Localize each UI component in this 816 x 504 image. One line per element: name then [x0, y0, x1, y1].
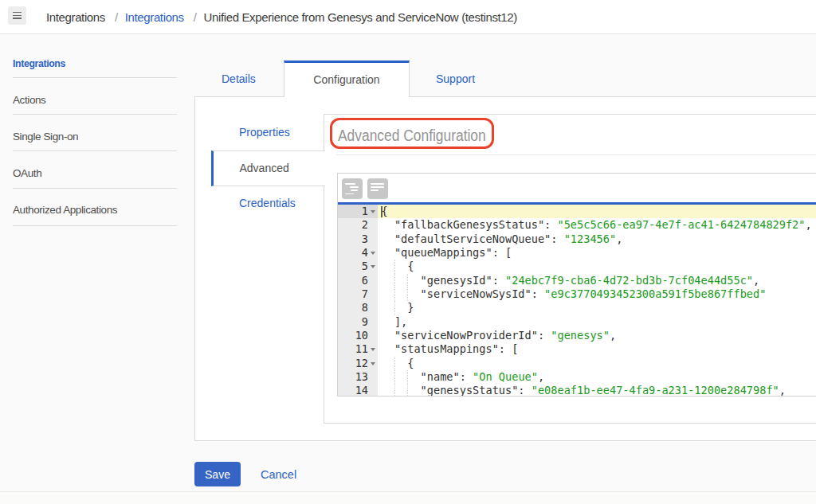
- sidebar-item-authorized-applications[interactable]: Authorized Applications: [13, 204, 117, 216]
- fold-toggle-icon[interactable]: [371, 210, 375, 213]
- line-number: 6: [338, 274, 368, 287]
- gutter-row: 2: [338, 218, 378, 232]
- json-editor[interactable]: 1234567891011121314 { "fallbackGenesysSt…: [337, 173, 816, 397]
- editor-line-text: "statusMappings": [: [382, 342, 519, 356]
- gutter-row: 8: [338, 301, 378, 315]
- editor-line-text: "queueMappings": [: [382, 246, 512, 260]
- editor-line: ],: [378, 315, 816, 329]
- footer-strip: [0, 491, 816, 504]
- tab-details[interactable]: Details: [222, 72, 256, 85]
- editor-line: {: [378, 357, 816, 370]
- sidebar-item-actions[interactable]: Actions: [13, 94, 45, 106]
- gutter-row: 12: [338, 357, 378, 370]
- tab-advanced[interactable]: Advanced: [211, 150, 325, 186]
- gutter-row: 13: [338, 370, 378, 384]
- editor-content[interactable]: 1234567891011121314 { "fallbackGenesysSt…: [338, 205, 816, 396]
- tab-advanced-label: Advanced: [240, 162, 289, 174]
- save-button[interactable]: Save: [194, 462, 241, 486]
- line-number: 4: [338, 246, 368, 260]
- editor-line: {: [378, 205, 816, 218]
- sidebar-divider: [13, 188, 177, 189]
- editor-line: "fallbackGenesysStatus": "5e5c5c66-ea97-…: [378, 218, 816, 232]
- editor-line-text: "genesysId": "24ebc7f9-cba6-4d72-bd3b-7c…: [382, 274, 760, 287]
- editor-line-text: "serviceNowProviderId": "genesys",: [382, 329, 617, 342]
- sidebar-item-single-sign-on[interactable]: Single Sign-on: [13, 131, 78, 143]
- gutter-row: 4: [338, 246, 378, 260]
- sidebar-divider: [13, 150, 177, 151]
- editor-line-text: {: [382, 357, 414, 370]
- tab-support[interactable]: Support: [436, 72, 475, 85]
- breadcrumb-item: Unified Experience from Genesys and Serv…: [204, 10, 517, 24]
- gutter-row: 1: [338, 205, 378, 218]
- line-number: 10: [338, 329, 368, 342]
- editor-line-text: "defaultServiceNowQueue": "123456",: [382, 232, 623, 246]
- hamburger-icon: [13, 12, 22, 21]
- editor-line: "name": "On Queue",: [378, 370, 816, 384]
- gutter-row: 11: [338, 342, 378, 356]
- editor-line-text: ],: [382, 315, 408, 329]
- gutter-row: 14: [338, 384, 378, 396]
- gutter-row: 3: [338, 232, 378, 246]
- breadcrumb: Integrations/Integrations/Unified Experi…: [46, 0, 517, 33]
- line-number: 8: [338, 301, 368, 315]
- editor-line-text: "serviceNowSysId": "e9c3770493452300a591…: [382, 287, 767, 301]
- sidebar-divider: [13, 77, 177, 78]
- advanced-panel: Advanced Configuration: [324, 114, 816, 424]
- sidebar-item-integrations[interactable]: Integrations: [13, 57, 65, 69]
- fold-toggle-icon[interactable]: [371, 265, 375, 268]
- tab-properties[interactable]: Properties: [239, 126, 290, 139]
- hamburger-menu-button[interactable]: [8, 6, 26, 25]
- json-editor-toolbar: [338, 174, 816, 202]
- tab-configuration[interactable]: Configuration: [284, 61, 410, 97]
- breadcrumb-separator: /: [194, 10, 197, 24]
- line-number: 9: [338, 315, 368, 329]
- line-number: 3: [338, 232, 368, 246]
- editor-line: }: [378, 301, 816, 315]
- app-window: Integrations/Integrations/Unified Experi…: [0, 0, 816, 504]
- gutter-row: 7: [338, 287, 378, 301]
- editor-line: "serviceNowSysId": "e9c3770493452300a591…: [378, 287, 816, 301]
- fold-toggle-icon[interactable]: [371, 252, 375, 255]
- line-number: 11: [338, 342, 368, 356]
- cancel-button[interactable]: Cancel: [261, 468, 296, 481]
- fold-toggle-icon[interactable]: [371, 362, 375, 365]
- line-number: 14: [338, 384, 368, 396]
- line-number: 12: [338, 357, 368, 370]
- sidebar-item-oauth[interactable]: OAuth: [13, 167, 41, 179]
- editor-line: "defaultServiceNowQueue": "123456",: [378, 232, 816, 246]
- editor-line-text: "name": "On Queue",: [382, 370, 545, 384]
- breadcrumb-item[interactable]: Integrations: [125, 10, 184, 24]
- editor-line: "genesysStatus": "e08eaf1b-ee47-4fa9-a23…: [378, 384, 816, 396]
- editor-line: "serviceNowProviderId": "genesys",: [378, 329, 816, 342]
- editor-line-text: "genesysStatus": "e08eaf1b-ee47-4fa9-a23…: [382, 384, 786, 396]
- tab-credentials[interactable]: Credentials: [239, 197, 296, 209]
- sidebar-divider: [13, 114, 177, 115]
- editor-line: "genesysId": "24ebc7f9-cba6-4d72-bd3b-7c…: [378, 274, 816, 287]
- editor-line-text: "fallbackGenesysStatus": "5e5c5c66-ea97-…: [382, 218, 812, 232]
- editor-line: "queueMappings": [: [378, 246, 816, 260]
- editor-lines: { "fallbackGenesysStatus": "5e5c5c66-ea9…: [378, 205, 816, 396]
- line-number: 5: [338, 260, 368, 273]
- breadcrumb-separator: /: [115, 10, 118, 24]
- line-number: 1: [338, 205, 368, 218]
- fold-toggle-icon[interactable]: [371, 348, 375, 351]
- gutter-row: 5: [338, 260, 378, 273]
- line-number: 13: [338, 370, 368, 384]
- line-number: 7: [338, 287, 368, 301]
- format-json-button[interactable]: [342, 178, 363, 199]
- editor-line: "statusMappings": [: [378, 342, 816, 356]
- text-cursor: [381, 206, 382, 218]
- heading-divider: [336, 154, 816, 155]
- advanced-configuration-heading: Advanced Configuration: [338, 127, 486, 145]
- tab-configuration-label: Configuration: [284, 73, 409, 86]
- editor-line-text: {: [382, 260, 414, 273]
- line-number: 2: [338, 218, 368, 232]
- sidebar-divider: [13, 225, 177, 226]
- top-bar: Integrations/Integrations/Unified Experi…: [0, 0, 816, 34]
- editor-line-text: }: [382, 301, 414, 315]
- compact-json-button[interactable]: [367, 178, 388, 199]
- gutter-row: 9: [338, 315, 378, 329]
- editor-line-text: {: [382, 205, 388, 218]
- breadcrumb-item: Integrations: [46, 10, 105, 24]
- editor-gutter: 1234567891011121314: [338, 205, 378, 396]
